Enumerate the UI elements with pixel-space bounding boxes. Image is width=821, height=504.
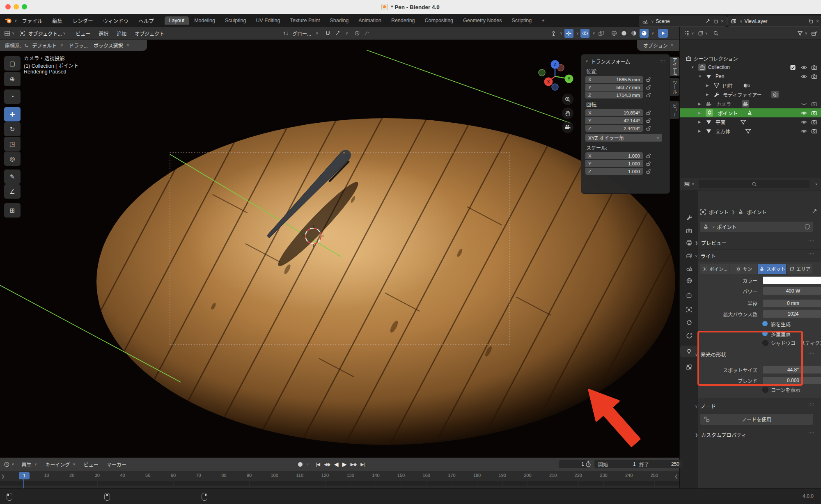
menu-0[interactable]: ファイル (17, 17, 48, 25)
display-mode-icon[interactable] (697, 30, 704, 37)
constraints-properties-tab[interactable] (680, 317, 698, 328)
tool-properties-tab[interactable] (680, 212, 698, 223)
properties-search-input[interactable] (699, 180, 810, 188)
outliner-row-7[interactable]: ▶平面 (680, 117, 821, 126)
copy-icon[interactable] (713, 18, 719, 24)
add-cube-tool[interactable]: ⊞ (4, 203, 21, 218)
grip-icon[interactable]: ∷∷ (808, 351, 814, 355)
navigation-gizmo[interactable]: Z Y X (537, 60, 575, 94)
transform-rotation-x-field[interactable]: X19.894° (585, 109, 643, 116)
editor-type-properties-icon[interactable] (683, 181, 690, 188)
render-visibility-icon[interactable] (811, 128, 817, 134)
select-circle-tool[interactable]: ◔ (4, 89, 21, 104)
scale-tool[interactable]: ◳ (4, 137, 21, 151)
transform-location-x-field[interactable]: X1685.5 mm (585, 76, 643, 83)
close-window-button[interactable] (5, 4, 11, 9)
grip-icon[interactable]: ∷∷ (808, 239, 814, 243)
snap-target-icon[interactable] (335, 30, 341, 37)
viewlayer-selector[interactable]: ∨ ViewLayer × (727, 16, 821, 27)
transform-location-z-field[interactable]: Z1714.3 mm (585, 92, 643, 99)
snap-magnet-icon[interactable] (324, 30, 331, 37)
transform-rotation-z-field[interactable]: Z2.4418° (585, 125, 643, 132)
outliner-row-5[interactable]: ▶カメラ (680, 99, 821, 108)
transform-scale-z-field[interactable]: Z1.000 (585, 168, 643, 175)
field-ブレンド[interactable]: 0.000 (763, 377, 821, 384)
orientation-preset[interactable]: デフォルト (32, 42, 57, 49)
viewport-render-play-button[interactable] (658, 29, 668, 38)
pan-view-button[interactable] (562, 108, 573, 119)
field-半径[interactable]: 0 mm (763, 300, 821, 307)
workspace-tab-shading[interactable]: Shading (325, 16, 353, 25)
workspace-tab-modeling[interactable]: Modeling (190, 16, 220, 25)
mode-selector[interactable]: オブジェクト... (28, 30, 62, 37)
sidebar-tab-item[interactable]: アイテム (670, 57, 679, 76)
sidebar-tab-view[interactable]: ビュー (670, 101, 679, 119)
expand-arrow-icon[interactable]: ▶ (698, 102, 701, 106)
menu-1[interactable]: 編集 (48, 17, 68, 25)
workspace-tab-rendering[interactable]: Rendering (387, 16, 420, 25)
outliner-row-8[interactable]: ▶立方体 (680, 126, 821, 135)
expand-arrow-icon[interactable]: ▼ (698, 74, 702, 78)
breadcrumb-data[interactable]: ポイント (747, 208, 766, 215)
physics-properties-tab[interactable] (680, 330, 698, 341)
expand-arrow-icon[interactable]: ▶ (698, 111, 701, 115)
lock-open-icon[interactable] (645, 76, 652, 83)
outliner-row-6[interactable]: ▶ポイント (680, 108, 821, 117)
lock-open-icon[interactable] (645, 168, 652, 175)
timeline-menu-0[interactable]: 再生∨ (18, 461, 41, 468)
menu-3[interactable]: ウィンドウ (98, 17, 134, 25)
prev-keyframe-button[interactable]: ◀◆ (322, 462, 332, 467)
shading-wireframe-icon[interactable] (610, 29, 618, 37)
visibility-eye-icon[interactable] (801, 110, 807, 116)
lock-open-icon[interactable] (645, 153, 652, 159)
outliner-row-1[interactable]: ▼Collection (680, 63, 821, 72)
filter-funnel-icon[interactable] (797, 30, 803, 37)
zoom-window-button[interactable] (22, 4, 27, 9)
current-frame-badge[interactable]: 1 (19, 472, 30, 479)
outliner-row-2[interactable]: ▼Pen (680, 72, 821, 81)
sidebar-tab-tool[interactable]: ツール (670, 78, 679, 96)
timeline-menu-2[interactable]: ビュー (80, 461, 103, 468)
falloff-curve-icon[interactable] (363, 30, 370, 37)
custom-properties-section-header[interactable]: ❯カスタムプロパティ (695, 431, 747, 439)
workspace-tab-sculpting[interactable]: Sculpting (220, 16, 250, 25)
light-section-header[interactable]: ∨ライト (695, 252, 716, 260)
workspace-tab-geometry-nodes[interactable]: Geometry Nodes (459, 16, 506, 25)
visibility-eye-icon[interactable] (801, 128, 807, 134)
play-reverse-button[interactable]: ◀ (332, 461, 340, 467)
fake-user-shield-icon[interactable] (804, 224, 810, 230)
expand-arrow-icon[interactable]: ▶ (706, 92, 709, 96)
frame-start-field[interactable]: 開始1 (594, 460, 640, 468)
light-type-3-button[interactable]: エリア (787, 264, 812, 274)
current-frame-field[interactable]: 1 (559, 460, 588, 468)
axis-neg-y[interactable] (539, 69, 545, 76)
viewport-3d[interactable]: ∨ オブジェクト... ∨ ビュー選択追加オブジェクト グロー...∨ ∨ ∨ … (0, 27, 679, 458)
overlays-toggle[interactable] (580, 29, 589, 38)
toggle-多重重点[interactable] (762, 331, 768, 336)
render-properties-tab[interactable] (680, 225, 698, 236)
select-box-tool[interactable]: ▢ (4, 56, 21, 71)
expand-arrow-icon[interactable]: ▶ (698, 120, 701, 124)
annotate-tool[interactable]: ✎ (4, 170, 21, 184)
transform-scale-y-field[interactable]: Y1.000 (585, 160, 643, 167)
lock-open-icon[interactable] (645, 92, 652, 99)
rotate-tool[interactable]: ↻ (4, 122, 21, 136)
field-最大バウンス数[interactable]: 1024 (763, 310, 821, 318)
use-nodes-button[interactable]: ノードを使用 (700, 414, 813, 425)
visibility-eye-icon[interactable] (801, 64, 807, 71)
drag-setting[interactable]: ドラッ... (69, 42, 88, 49)
workspace-tab-scripting[interactable]: Scripting (507, 16, 537, 25)
preview-section-header[interactable]: ❯プレビュー (695, 239, 727, 247)
lock-open-icon[interactable] (645, 160, 652, 167)
color-swatch[interactable] (763, 277, 821, 284)
transform-location-y-field[interactable]: Y-583.77 mm (585, 84, 643, 91)
unlink-scene-icon[interactable]: × (721, 18, 724, 24)
stopwatch-icon[interactable] (585, 460, 592, 467)
blender-logo-icon[interactable] (4, 16, 13, 25)
outliner-row-4[interactable]: ▶モディファイアー (680, 90, 821, 99)
lock-open-icon[interactable] (645, 117, 652, 124)
pin-icon[interactable] (812, 208, 818, 214)
expand-arrow-icon[interactable]: ▶ (698, 129, 701, 133)
move-tool[interactable]: ✚ (4, 107, 21, 121)
measure-tool[interactable]: ∠ (4, 184, 21, 199)
